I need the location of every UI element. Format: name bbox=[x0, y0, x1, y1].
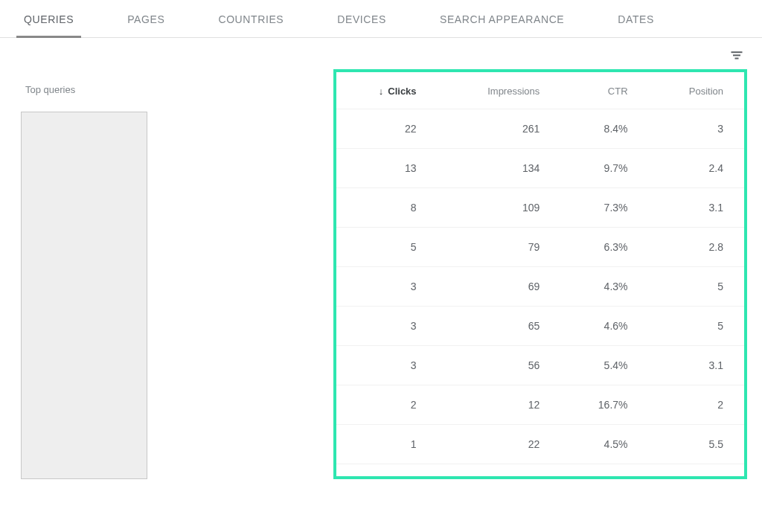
cell-clicks: 3 bbox=[336, 307, 438, 346]
cell-impressions: 69 bbox=[438, 267, 561, 307]
cell-impressions: 109 bbox=[438, 188, 561, 228]
cell-ctr: 4.3% bbox=[560, 267, 648, 307]
tabs-bar: QUERIES PAGES COUNTRIES DEVICES SEARCH A… bbox=[0, 0, 762, 38]
cell-ctr: 4.5% bbox=[560, 425, 648, 464]
cell-ctr: 5.4% bbox=[560, 346, 648, 385]
table-row[interactable]: 3 65 4.6% 5 bbox=[336, 307, 744, 346]
cell-ctr: 9.7% bbox=[560, 149, 648, 188]
cell-ctr: 6.3% bbox=[560, 228, 648, 267]
cell-position: 2.8 bbox=[649, 228, 744, 267]
cell-position: 2.4 bbox=[649, 149, 744, 188]
tab-search-appearance[interactable]: SEARCH APPEARANCE bbox=[437, 0, 567, 37]
filter-icon[interactable] bbox=[728, 47, 746, 65]
cell-position: 3.1 bbox=[649, 188, 744, 228]
table-row[interactable]: 13 134 9.7% 2.4 bbox=[336, 149, 744, 188]
cell-clicks: 1 bbox=[336, 425, 438, 464]
top-queries-redacted bbox=[21, 112, 147, 479]
cell-ctr: 4.6% bbox=[560, 307, 648, 346]
table-row[interactable]: 3 69 4.3% 5 bbox=[336, 267, 744, 307]
cell-position: 5 bbox=[649, 307, 744, 346]
cell-impressions: 56 bbox=[438, 346, 561, 385]
cell-impressions: 134 bbox=[438, 149, 561, 188]
svg-rect-2 bbox=[735, 58, 739, 60]
table-row[interactable]: 8 109 7.3% 3.1 bbox=[336, 188, 744, 228]
cell-position: 5 bbox=[649, 267, 744, 307]
cell-impressions: 261 bbox=[438, 109, 561, 149]
tab-pages[interactable]: PAGES bbox=[124, 0, 167, 37]
cell-clicks: 22 bbox=[336, 109, 438, 149]
cell-impressions: 65 bbox=[438, 307, 561, 346]
cell-clicks: 3 bbox=[336, 346, 438, 385]
cell-clicks: 8 bbox=[336, 188, 438, 228]
cell-impressions: 79 bbox=[438, 228, 561, 267]
cell-impressions: 12 bbox=[438, 385, 561, 425]
cell-ctr: 7.3% bbox=[560, 188, 648, 228]
svg-rect-1 bbox=[733, 54, 740, 56]
cell-clicks: 5 bbox=[336, 228, 438, 267]
table-row[interactable]: 2 12 16.7% 2 bbox=[336, 385, 744, 425]
col-position[interactable]: Position bbox=[649, 72, 744, 109]
table-header-row: ↓Clicks Impressions CTR Position bbox=[336, 72, 744, 109]
tab-dates[interactable]: DATES bbox=[615, 0, 657, 37]
top-queries-header[interactable]: Top queries bbox=[21, 69, 333, 109]
table-row[interactable]: 3 56 5.4% 3.1 bbox=[336, 346, 744, 385]
tab-devices[interactable]: DEVICES bbox=[334, 0, 389, 37]
metrics-highlight-box: ↓Clicks Impressions CTR Position 22 261 … bbox=[333, 69, 747, 479]
cell-position: 3.1 bbox=[649, 346, 744, 385]
cell-position: 2 bbox=[649, 385, 744, 425]
tab-countries[interactable]: COUNTRIES bbox=[215, 0, 286, 37]
cell-position: 3 bbox=[649, 109, 744, 149]
cell-ctr: 16.7% bbox=[560, 385, 648, 425]
table-row[interactable]: 1 22 4.5% 5.5 bbox=[336, 425, 744, 464]
svg-rect-0 bbox=[731, 51, 743, 53]
cell-clicks: 2 bbox=[336, 385, 438, 425]
table-row[interactable]: 5 79 6.3% 2.8 bbox=[336, 228, 744, 267]
col-ctr[interactable]: CTR bbox=[560, 72, 648, 109]
table-row[interactable]: 22 261 8.4% 3 bbox=[336, 109, 744, 149]
metrics-table: ↓Clicks Impressions CTR Position 22 261 … bbox=[336, 72, 744, 464]
sort-desc-icon: ↓ bbox=[379, 86, 384, 97]
col-clicks[interactable]: ↓Clicks bbox=[336, 72, 438, 109]
cell-clicks: 13 bbox=[336, 149, 438, 188]
cell-ctr: 8.4% bbox=[560, 109, 648, 149]
col-impressions[interactable]: Impressions bbox=[438, 72, 561, 109]
col-clicks-label: Clicks bbox=[388, 86, 416, 97]
cell-clicks: 3 bbox=[336, 267, 438, 307]
cell-position: 5.5 bbox=[649, 425, 744, 464]
cell-impressions: 22 bbox=[438, 425, 561, 464]
toolbar bbox=[0, 38, 762, 69]
tab-queries[interactable]: QUERIES bbox=[21, 0, 77, 37]
